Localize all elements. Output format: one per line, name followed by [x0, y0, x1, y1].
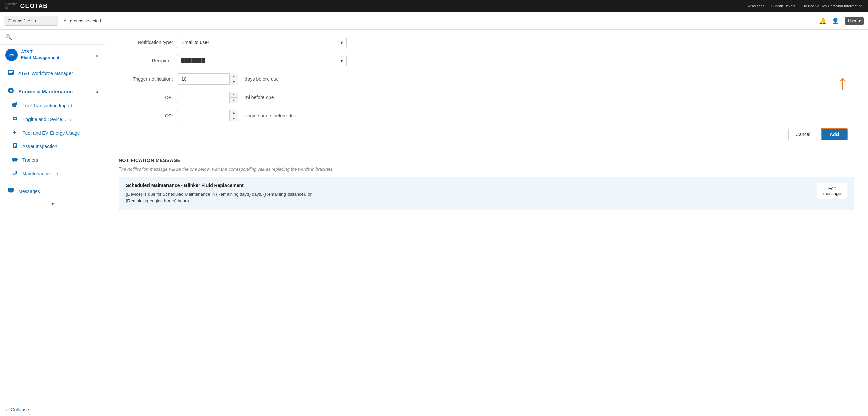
- edit-message-line2: message: [823, 191, 841, 196]
- maintenance-chevron-icon: ›: [57, 171, 59, 176]
- sidebar-item-engine-device[interactable]: Engine and Device... ›: [0, 113, 105, 126]
- or-hours-down-button[interactable]: ▼: [230, 116, 238, 122]
- notification-type-select[interactable]: Email to userEmail to addressIn-app noti…: [177, 37, 347, 48]
- trigger-days-unit-label: days before due: [245, 76, 279, 82]
- trailers-icon: [11, 156, 19, 164]
- or-hours-unit-label: engine hours before due: [245, 113, 296, 118]
- engine-device-chevron-icon: ›: [70, 117, 71, 122]
- main-layout: 🔍 @ AT&T Fleet Management ▲ AT&T Workfor…: [0, 30, 868, 416]
- messages-icon: [7, 187, 15, 195]
- recipient-row: Recipient: ███████: [119, 55, 854, 66]
- collapse-label: Collapse: [11, 407, 29, 412]
- svg-point-18: [15, 160, 17, 162]
- notification-section-title: NOTIFICATION MESSAGE: [119, 158, 854, 163]
- sidebar-item-fuel-ev[interactable]: Fuel and EV Energy Usage: [0, 126, 105, 140]
- svg-rect-20: [8, 188, 14, 192]
- top-navigation: Poweredby GEOTAB Resources Submit Ticket…: [0, 0, 868, 12]
- sidebar-item-att-workforce[interactable]: AT&T Workforce Manager: [0, 65, 105, 81]
- search-icon[interactable]: 🔍: [5, 34, 12, 40]
- form-section: Notification type: Email to userEmail to…: [105, 30, 868, 151]
- svg-point-17: [13, 160, 14, 162]
- trigger-days-down-button[interactable]: ▼: [230, 79, 238, 85]
- groups-filter-dropdown-icon: ▾: [35, 19, 36, 23]
- fuel-transaction-icon: [11, 102, 19, 110]
- engine-maintenance-label: Engine & Maintenance: [18, 88, 73, 94]
- sidebar-item-fuel-transaction[interactable]: Fuel Transaction Import: [0, 99, 105, 113]
- or-hours-spinners: ▲ ▼: [229, 110, 238, 121]
- form-button-row: Cancel Add: [119, 128, 854, 140]
- or-mi-down-button[interactable]: ▼: [230, 98, 238, 103]
- resources-link[interactable]: Resources: [747, 4, 765, 8]
- brand-name-text: AT&T Fleet Management: [21, 49, 59, 61]
- notification-type-select-wrapper: Email to userEmail to addressIn-app noti…: [177, 37, 347, 48]
- or-mi-unit-label: mi before due: [245, 95, 274, 100]
- notification-card: Scheduled Maintenance - Blinker Fluid Re…: [119, 177, 854, 210]
- geotab-logo: GEOTAB: [20, 3, 48, 10]
- sidebar-expand-down-icon[interactable]: ▾: [0, 199, 105, 209]
- notification-bell-icon[interactable]: 🔔: [819, 17, 826, 25]
- groups-filter-button[interactable]: Groups filter ▾: [4, 16, 58, 26]
- sidebar-search: 🔍: [0, 30, 105, 45]
- trailers-label: Trailers: [22, 157, 38, 163]
- recipient-select[interactable]: ███████: [177, 55, 347, 66]
- svg-marker-11: [13, 130, 17, 135]
- notification-message-section: NOTIFICATION MESSAGE The notification me…: [105, 151, 868, 217]
- sidebar-item-trailers[interactable]: Trailers: [0, 153, 105, 167]
- notification-card-text: {Device} is due for Scheduled Maintenanc…: [126, 191, 810, 204]
- asset-inspection-icon: [11, 143, 19, 150]
- maintenance-icon: [11, 170, 19, 177]
- sidebar-brand: @ AT&T Fleet Management ▲: [0, 45, 105, 65]
- or-mi-label: OR:: [119, 95, 173, 100]
- user-dropdown-button[interactable]: User ▾: [845, 17, 864, 25]
- top-nav-left: Poweredby GEOTAB: [5, 2, 48, 10]
- or-mi-row: OR: ▲ ▼ mi before due: [119, 92, 854, 103]
- or-mi-spinners: ▲ ▼: [229, 92, 238, 103]
- collapse-icon: ‹: [5, 407, 7, 413]
- engine-maintenance-chevron-icon: ▲: [95, 89, 99, 94]
- nav-right-icons: 🔔 👤 User ▾: [819, 17, 864, 25]
- or-mi-input[interactable]: [177, 92, 238, 103]
- sidebar-item-maintenance[interactable]: Maintenance... ›: [0, 167, 105, 180]
- trigger-days-input[interactable]: [177, 73, 238, 85]
- user-profile-icon[interactable]: 👤: [832, 17, 839, 25]
- or-hours-up-button[interactable]: ▲: [230, 110, 238, 116]
- att-workforce-icon: [7, 69, 15, 77]
- svg-rect-16: [12, 158, 17, 161]
- notification-card-title: Scheduled Maintenance - Blinker Fluid Re…: [126, 183, 810, 188]
- add-button[interactable]: Add: [821, 128, 848, 140]
- or-mi-up-button[interactable]: ▲: [230, 92, 238, 98]
- sidebar-item-messages[interactable]: Messages: [0, 183, 105, 199]
- att-workforce-label: AT&T Workforce Manager: [18, 71, 73, 76]
- sidebar-item-asset-inspection[interactable]: Asset Inspection: [0, 140, 105, 153]
- trigger-notification-row: Trigger notification: ▲ ▼ days before du…: [119, 73, 854, 85]
- svg-rect-13: [14, 144, 16, 145]
- svg-text:@: @: [9, 53, 14, 58]
- or-hours-input[interactable]: [177, 110, 238, 121]
- fuel-ev-icon: [11, 129, 19, 137]
- or-hours-label: OR:: [119, 113, 173, 118]
- or-hours-input-wrapper: ▲ ▼: [177, 110, 238, 121]
- secondary-navigation: Groups filter ▾ All groups selected 🔔 👤 …: [0, 12, 868, 30]
- do-not-sell-link[interactable]: Do Not Sell My Personal Information: [802, 4, 863, 8]
- or-mi-input-wrapper: ▲ ▼: [177, 92, 238, 103]
- recipient-select-wrapper: ███████: [177, 55, 347, 66]
- svg-rect-3: [9, 71, 13, 72]
- sidebar-section-engine-maintenance[interactable]: Engine & Maintenance ▲: [0, 84, 105, 99]
- sidebar-divider-1: [0, 82, 105, 82]
- submit-tickets-link[interactable]: Submit Tickets: [771, 4, 796, 8]
- cancel-button[interactable]: Cancel: [788, 128, 817, 140]
- sidebar-divider-2: [0, 182, 105, 182]
- engine-maintenance-icon: [7, 87, 15, 96]
- all-groups-selected-text: All groups selected: [64, 18, 101, 23]
- trigger-days-up-button[interactable]: ▲: [230, 73, 238, 79]
- svg-rect-15: [14, 146, 15, 147]
- recipient-label: Recipient:: [119, 58, 173, 63]
- sidebar-collapse-arrow-icon[interactable]: ▲: [95, 52, 99, 58]
- sidebar: 🔍 @ AT&T Fleet Management ▲ AT&T Workfor…: [0, 30, 105, 416]
- fuel-transaction-label: Fuel Transaction Import: [22, 103, 72, 108]
- sidebar-collapse-button[interactable]: ‹ Collapse: [0, 403, 105, 416]
- svg-rect-4: [9, 72, 12, 73]
- edit-message-button[interactable]: Edit message: [817, 183, 847, 199]
- engine-device-icon: [11, 116, 19, 123]
- svg-point-10: [14, 118, 16, 120]
